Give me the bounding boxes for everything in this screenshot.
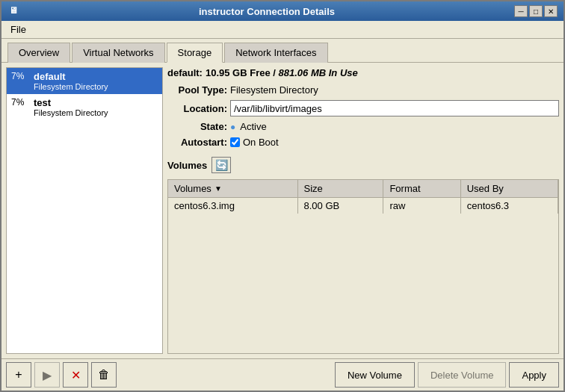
pool-type-row: Pool Type: Filesystem Directory bbox=[167, 84, 559, 96]
close-button[interactable]: ✕ bbox=[544, 5, 558, 17]
main-window: 🖥 instructor Connection Details ─ □ ✕ Fi… bbox=[0, 0, 565, 392]
file-menu[interactable]: File bbox=[4, 22, 32, 37]
cell-volumes-name: centos6.3.img bbox=[168, 198, 297, 214]
pool-percent-default: 7% bbox=[11, 71, 29, 81]
refresh-button[interactable]: 🔄 bbox=[212, 157, 231, 173]
col-header-size: Size bbox=[297, 180, 383, 198]
play-button[interactable]: ▶ bbox=[34, 362, 60, 388]
col-header-used-by: Used By bbox=[460, 180, 558, 198]
add-button[interactable]: + bbox=[6, 362, 31, 388]
window-icon: 🖥 bbox=[7, 5, 19, 17]
new-volume-button[interactable]: New Volume bbox=[335, 362, 415, 388]
storage-title-row: default: 10.95 GB Free / 881.06 MB In Us… bbox=[167, 67, 559, 78]
apply-button[interactable]: Apply bbox=[509, 362, 559, 388]
left-panel: 7% default Filesystem Directory 7% test … bbox=[6, 67, 163, 354]
pool-item-test[interactable]: 7% test Filesystem Directory bbox=[7, 94, 162, 120]
volumes-dropdown-arrow[interactable]: ▼ bbox=[214, 184, 222, 193]
volumes-header-row: Volumes 🔄 bbox=[167, 157, 559, 173]
pool-name-default: default bbox=[34, 71, 108, 82]
pool-type-test: Filesystem Directory bbox=[34, 108, 108, 117]
right-panel: default: 10.95 GB Free / 881.06 MB In Us… bbox=[167, 67, 559, 354]
state-value: Active bbox=[240, 121, 266, 132]
tab-storage[interactable]: Storage bbox=[167, 43, 223, 63]
left-buttons: + ▶ ✕ 🗑 bbox=[6, 362, 117, 388]
pool-type-default: Filesystem Directory bbox=[34, 82, 108, 91]
separator: / bbox=[271, 67, 279, 78]
col-header-volumes: Volumes ▼ bbox=[168, 180, 297, 198]
tab-virtual-networks[interactable]: Virtual Networks bbox=[72, 43, 164, 63]
titlebar-buttons: ─ □ ✕ bbox=[514, 5, 558, 17]
state-value-row: ● Active bbox=[230, 121, 267, 132]
col-header-format: Format bbox=[383, 180, 460, 198]
menubar: File bbox=[1, 21, 564, 39]
cell-used-by: centos6.3 bbox=[460, 198, 558, 214]
autostart-checkbox-row: On Boot bbox=[230, 137, 279, 148]
pool-percent-test: 7% bbox=[11, 97, 29, 108]
delete-pool-button[interactable]: 🗑 bbox=[91, 362, 117, 388]
window-title: instructor Connection Details bbox=[19, 6, 514, 17]
minimize-button[interactable]: ─ bbox=[514, 5, 528, 17]
storage-info: 10.95 GB Free / 881.06 MB In Use bbox=[206, 67, 358, 78]
pool-type-label: Pool Type: bbox=[167, 84, 227, 96]
table-row[interactable]: centos6.3.img 8.00 GB raw centos6.3 bbox=[168, 198, 558, 214]
delete-volume-button[interactable]: Delete Volume bbox=[418, 362, 507, 388]
pool-type-value: Filesystem Directory bbox=[230, 84, 559, 96]
volumes-label: Volumes bbox=[167, 160, 207, 171]
state-label: State: bbox=[167, 121, 227, 132]
stop-button[interactable]: ✕ bbox=[63, 362, 88, 388]
pool-info-default: default Filesystem Directory bbox=[34, 71, 108, 91]
autostart-value: On Boot bbox=[243, 137, 279, 148]
volumes-table: Volumes ▼ Size Format Used By centos6.3.… bbox=[167, 179, 559, 354]
pool-name-label: default: bbox=[167, 67, 203, 78]
tab-overview[interactable]: Overview bbox=[7, 43, 70, 63]
pool-info-test: test Filesystem Directory bbox=[34, 97, 108, 117]
autostart-checkbox[interactable] bbox=[230, 137, 240, 147]
autostart-row: Autostart: On Boot bbox=[167, 137, 559, 148]
autostart-label: Autostart: bbox=[167, 137, 227, 148]
cell-format: raw bbox=[383, 198, 460, 214]
state-icon: ● bbox=[230, 122, 235, 132]
state-row: State: ● Active bbox=[167, 121, 559, 132]
cell-size: 8.00 GB bbox=[297, 198, 383, 214]
storage-free-value: 10.95 GB Free bbox=[206, 67, 271, 78]
storage-in-use: 881.06 MB In Use bbox=[279, 67, 358, 78]
pool-name-test: test bbox=[34, 97, 108, 108]
content-area: 7% default Filesystem Directory 7% test … bbox=[1, 63, 564, 358]
right-buttons: New Volume Delete Volume Apply bbox=[335, 362, 559, 388]
tabs-row: Overview Virtual Networks Storage Networ… bbox=[1, 39, 564, 63]
location-row: Location: bbox=[167, 100, 559, 116]
tab-network-interfaces[interactable]: Network Interfaces bbox=[224, 43, 327, 63]
bottom-bar: + ▶ ✕ 🗑 New Volume Delete Volume Apply bbox=[1, 358, 564, 391]
pool-item-default[interactable]: 7% default Filesystem Directory bbox=[7, 68, 162, 94]
location-label: Location: bbox=[167, 103, 227, 114]
titlebar: 🖥 instructor Connection Details ─ □ ✕ bbox=[1, 1, 564, 21]
location-input[interactable] bbox=[230, 100, 559, 116]
maximize-button[interactable]: □ bbox=[529, 5, 543, 17]
